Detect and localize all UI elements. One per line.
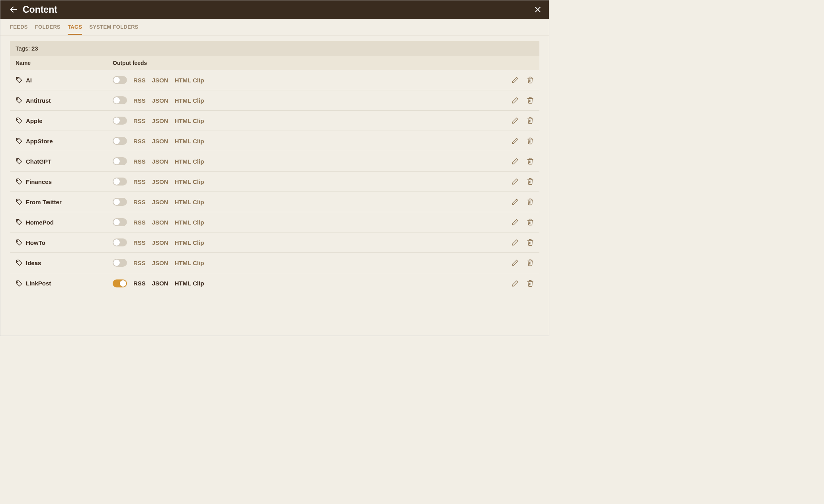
htmlclip-link[interactable]: HTML Clip xyxy=(175,219,204,226)
json-link[interactable]: JSON xyxy=(152,158,168,165)
json-link[interactable]: JSON xyxy=(152,280,168,287)
htmlclip-link[interactable]: HTML Clip xyxy=(175,280,204,287)
json-link[interactable]: JSON xyxy=(152,117,168,124)
rss-link[interactable]: RSS xyxy=(133,239,146,246)
tag-icon xyxy=(16,178,23,185)
svg-point-12 xyxy=(18,261,18,262)
rss-link[interactable]: RSS xyxy=(133,199,146,205)
svg-point-4 xyxy=(18,99,18,100)
table-row: From Twitter RSS JSON HTML Clip xyxy=(10,192,539,212)
tab-feeds[interactable]: FEEDS xyxy=(10,24,28,35)
output-toggle[interactable] xyxy=(113,218,127,226)
tag-name: HomePod xyxy=(26,219,54,226)
json-link[interactable]: JSON xyxy=(152,77,168,84)
close-icon[interactable] xyxy=(534,6,542,14)
trash-icon[interactable] xyxy=(527,76,534,84)
json-link[interactable]: JSON xyxy=(152,219,168,226)
svg-point-9 xyxy=(18,200,18,201)
htmlclip-link[interactable]: HTML Clip xyxy=(175,117,204,124)
output-toggle[interactable] xyxy=(113,137,127,145)
rss-link[interactable]: RSS xyxy=(133,117,146,124)
output-toggle[interactable] xyxy=(113,178,127,186)
output-toggle[interactable] xyxy=(113,157,127,165)
header-bar: Content xyxy=(0,0,549,19)
tag-icon xyxy=(16,117,23,124)
trash-icon[interactable] xyxy=(527,259,534,266)
pencil-icon[interactable] xyxy=(512,137,519,145)
output-toggle[interactable] xyxy=(113,198,127,206)
table-body: AI RSS JSON HTML Clip Antitrust RSS xyxy=(10,70,539,293)
trash-icon[interactable] xyxy=(527,219,534,226)
tag-icon xyxy=(16,158,23,165)
pencil-icon[interactable] xyxy=(512,117,519,124)
htmlclip-link[interactable]: HTML Clip xyxy=(175,239,204,246)
trash-icon[interactable] xyxy=(527,198,534,205)
tab-tags[interactable]: TAGS xyxy=(68,24,82,35)
tag-name: Antitrust xyxy=(26,97,51,104)
pencil-icon[interactable] xyxy=(512,198,519,205)
table-row: AI RSS JSON HTML Clip xyxy=(10,70,539,90)
pencil-icon[interactable] xyxy=(512,178,519,185)
table-row: HowTo RSS JSON HTML Clip xyxy=(10,232,539,253)
tag-name: Ideas xyxy=(26,260,41,266)
htmlclip-link[interactable]: HTML Clip xyxy=(175,260,204,266)
output-toggle[interactable] xyxy=(113,259,127,267)
htmlclip-link[interactable]: HTML Clip xyxy=(175,178,204,185)
json-link[interactable]: JSON xyxy=(152,199,168,205)
htmlclip-link[interactable]: HTML Clip xyxy=(175,199,204,205)
rss-link[interactable]: RSS xyxy=(133,219,146,226)
pencil-icon[interactable] xyxy=(512,158,519,165)
svg-point-13 xyxy=(18,281,18,282)
rss-link[interactable]: RSS xyxy=(133,158,146,165)
output-toggle[interactable] xyxy=(113,279,127,287)
column-name: Name xyxy=(16,60,113,66)
trash-icon[interactable] xyxy=(527,178,534,185)
svg-point-3 xyxy=(18,78,18,79)
table-row: Apple RSS JSON HTML Clip xyxy=(10,111,539,131)
output-toggle[interactable] xyxy=(113,238,127,246)
trash-icon[interactable] xyxy=(527,97,534,104)
tag-name: Apple xyxy=(26,117,43,124)
output-toggle[interactable] xyxy=(113,117,127,125)
rss-link[interactable]: RSS xyxy=(133,138,146,145)
page-title: Content xyxy=(23,4,57,15)
rss-link[interactable]: RSS xyxy=(133,260,146,266)
json-link[interactable]: JSON xyxy=(152,178,168,185)
pencil-icon[interactable] xyxy=(512,97,519,104)
rss-link[interactable]: RSS xyxy=(133,280,146,287)
pencil-icon[interactable] xyxy=(512,280,519,287)
pencil-icon[interactable] xyxy=(512,259,519,266)
htmlclip-link[interactable]: HTML Clip xyxy=(175,158,204,165)
tag-icon xyxy=(16,198,23,205)
json-link[interactable]: JSON xyxy=(152,239,168,246)
trash-icon[interactable] xyxy=(527,280,534,287)
htmlclip-link[interactable]: HTML Clip xyxy=(175,77,204,84)
trash-icon[interactable] xyxy=(527,137,534,145)
json-link[interactable]: JSON xyxy=(152,260,168,266)
pencil-icon[interactable] xyxy=(512,76,519,84)
table-row: HomePod RSS JSON HTML Clip xyxy=(10,212,539,232)
htmlclip-link[interactable]: HTML Clip xyxy=(175,138,204,145)
table-row: LinkPost RSS JSON HTML Clip xyxy=(10,273,539,293)
htmlclip-link[interactable]: HTML Clip xyxy=(175,97,204,104)
tab-folders[interactable]: FOLDERS xyxy=(35,24,61,35)
rss-link[interactable]: RSS xyxy=(133,97,146,104)
output-toggle[interactable] xyxy=(113,76,127,84)
json-link[interactable]: JSON xyxy=(152,97,168,104)
tab-system-folders[interactable]: SYSTEM FOLDERS xyxy=(89,24,138,35)
svg-point-6 xyxy=(18,139,18,140)
trash-icon[interactable] xyxy=(527,117,534,124)
tag-icon xyxy=(16,137,23,145)
trash-icon[interactable] xyxy=(527,158,534,165)
pencil-icon[interactable] xyxy=(512,239,519,246)
rss-link[interactable]: RSS xyxy=(133,77,146,84)
svg-point-11 xyxy=(18,241,18,242)
pencil-icon[interactable] xyxy=(512,219,519,226)
json-link[interactable]: JSON xyxy=(152,138,168,145)
trash-icon[interactable] xyxy=(527,239,534,246)
rss-link[interactable]: RSS xyxy=(133,178,146,185)
tag-name: LinkPost xyxy=(26,280,51,287)
back-arrow-icon[interactable] xyxy=(9,5,18,14)
column-output: Output feeds xyxy=(113,60,534,66)
output-toggle[interactable] xyxy=(113,96,127,104)
